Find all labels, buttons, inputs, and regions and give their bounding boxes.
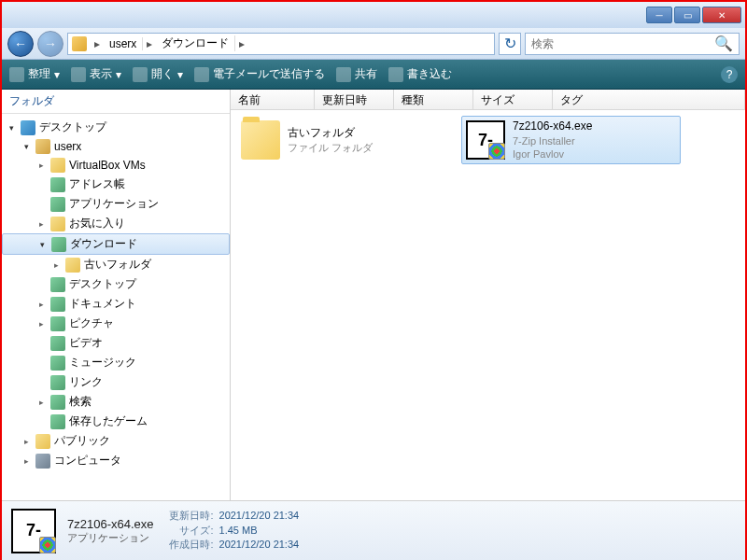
expand-icon[interactable]: ▾ <box>21 142 32 151</box>
breadcrumb-seg[interactable]: ダウンロード <box>156 35 235 51</box>
expand-icon[interactable]: ▸ <box>50 260 62 270</box>
tree-item[interactable]: アプリケーション <box>2 194 230 214</box>
expand-icon[interactable]: ▸ <box>21 456 32 466</box>
expand-icon[interactable]: ▸ <box>35 300 47 309</box>
refresh-button[interactable]: ↻ <box>499 33 521 55</box>
toolbar: 整理 ▾ 表示 ▾ 開く ▾ 電子メールで送信する 共有 書き込む ? <box>2 60 745 90</box>
col-type[interactable]: 種類 <box>394 90 473 109</box>
titlebar: ─ ▭ ✕ <box>2 2 745 28</box>
organize-menu[interactable]: 整理 ▾ <box>9 66 60 82</box>
open-icon <box>133 67 148 82</box>
file-tile[interactable]: 古いフォルダファイル フォルダ <box>236 116 456 164</box>
organize-icon <box>9 67 24 82</box>
folder-icon <box>50 297 65 312</box>
tree-label: ビデオ <box>69 335 103 351</box>
details-size: 1.45 MB <box>219 524 258 538</box>
tree-label: ダウンロード <box>70 236 137 252</box>
tree-item[interactable]: ▸コンピュータ <box>2 451 230 470</box>
search-box[interactable]: 🔍 <box>525 33 740 55</box>
email-icon <box>194 67 209 82</box>
folder-icon <box>241 120 280 160</box>
chevron-icon[interactable]: ▸ <box>91 37 104 50</box>
tree-item[interactable]: ▸お気に入り <box>2 214 230 233</box>
folder-tree-pane: フォルダ ▾デスクトップ▾userx▸VirtualBox VMsアドレス帳アプ… <box>2 90 231 500</box>
tree-label: 保存したゲーム <box>69 413 148 429</box>
expand-icon[interactable]: ▸ <box>35 319 47 329</box>
back-button[interactable]: ← <box>7 31 34 57</box>
expand-icon[interactable]: ▾ <box>6 123 17 133</box>
details-pane: 7- 7z2106-x64.exe アプリケーション 更新日時:2021/12/… <box>2 500 745 560</box>
file-sub: ファイル フォルダ <box>288 141 373 154</box>
tree-item[interactable]: ▸パブリック <box>2 431 230 451</box>
close-button[interactable]: ✕ <box>702 7 741 23</box>
tree-item[interactable]: ミュージック <box>2 353 230 372</box>
file-name: 7z2106-x64.exe <box>513 119 592 134</box>
details-filename: 7z2106-x64.exe <box>67 517 154 531</box>
chevron-icon[interactable]: ▸ <box>235 37 248 50</box>
tree-item[interactable]: ▸ドキュメント <box>2 294 230 314</box>
folder-icon <box>50 336 65 351</box>
folder-icon <box>35 434 50 449</box>
col-tag[interactable]: タグ <box>553 90 745 109</box>
minimize-button[interactable]: ─ <box>646 7 672 23</box>
tree-item[interactable]: ▾ダウンロード <box>2 233 230 255</box>
tree-label: ドキュメント <box>69 296 136 312</box>
email-button[interactable]: 電子メールで送信する <box>194 66 325 82</box>
tree-item[interactable]: ▾デスクトップ <box>2 118 230 137</box>
tree-label: アドレス帳 <box>69 176 125 192</box>
folder-icon <box>50 316 65 331</box>
folder-icon <box>50 356 65 371</box>
col-size[interactable]: サイズ <box>473 90 553 109</box>
file-list: 古いフォルダファイル フォルダ7-7z2106-x64.exe7-Zip Ins… <box>231 110 745 500</box>
tree-item[interactable]: アドレス帳 <box>2 175 230 194</box>
burn-button[interactable]: 書き込む <box>388 66 452 82</box>
chevron-icon[interactable]: ▸ <box>143 37 156 50</box>
col-name[interactable]: 名前 <box>231 90 315 109</box>
address-bar[interactable]: ▸ userx ▸ ダウンロード ▸ <box>67 33 495 55</box>
column-headers: 名前 更新日時 種類 サイズ タグ <box>231 90 745 110</box>
tree-item[interactable]: 保存したゲーム <box>2 412 230 431</box>
share-button[interactable]: 共有 <box>336 66 377 82</box>
expand-icon[interactable]: ▸ <box>35 161 47 170</box>
tree-item[interactable]: ▸古いフォルダ <box>2 255 230 274</box>
tree-label: パブリック <box>54 433 110 449</box>
tree-label: 検索 <box>69 394 92 410</box>
open-button[interactable]: 開く ▾ <box>133 66 183 82</box>
folder-icon <box>50 177 65 192</box>
tree-label: アプリケーション <box>69 196 159 212</box>
tree-item[interactable]: デスクトップ <box>2 274 230 294</box>
tree-item[interactable]: ▸ピクチャ <box>2 314 230 333</box>
expand-icon[interactable]: ▸ <box>21 437 32 446</box>
tree-label: デスクトップ <box>39 119 106 135</box>
tree-item[interactable]: ▾userx <box>2 137 230 156</box>
view-menu[interactable]: 表示 ▾ <box>71 66 121 82</box>
tree-label: コンピュータ <box>54 453 121 469</box>
expand-icon[interactable]: ▸ <box>35 398 47 407</box>
folder-icon <box>35 454 50 469</box>
expand-icon[interactable]: ▸ <box>35 219 47 229</box>
tree-label: userx <box>54 140 81 153</box>
expand-icon[interactable]: ▾ <box>36 240 48 249</box>
tree-item[interactable]: ▸検索 <box>2 392 230 412</box>
file-tile[interactable]: 7-7z2106-x64.exe7-Zip InstallerIgor Pavl… <box>461 116 681 164</box>
tree-item[interactable]: ▸VirtualBox VMs <box>2 156 230 175</box>
search-icon[interactable]: 🔍 <box>714 35 733 52</box>
maximize-button[interactable]: ▭ <box>674 7 700 23</box>
tree-item[interactable]: リンク <box>2 372 230 392</box>
folder-icon <box>21 120 35 135</box>
tree-label: お気に入り <box>69 216 125 231</box>
search-input[interactable] <box>531 37 714 50</box>
tree-label: VirtualBox VMs <box>69 159 146 172</box>
folder-icon <box>65 258 80 273</box>
tree-item[interactable]: ビデオ <box>2 333 230 353</box>
main-area: フォルダ ▾デスクトップ▾userx▸VirtualBox VMsアドレス帳アプ… <box>2 90 745 500</box>
tree-label: 古いフォルダ <box>84 257 151 273</box>
col-date[interactable]: 更新日時 <box>315 90 394 109</box>
breadcrumb-seg[interactable]: userx <box>104 37 143 50</box>
sidebar-header: フォルダ <box>2 90 230 114</box>
file-name: 古いフォルダ <box>288 126 373 141</box>
forward-button[interactable]: → <box>37 31 63 57</box>
help-button[interactable]: ? <box>721 66 738 83</box>
folder-icon <box>51 237 66 252</box>
explorer-window: ─ ▭ ✕ ← → ▸ userx ▸ ダウンロード ▸ ↻ 🔍 整理 ▾ 表示… <box>0 0 747 560</box>
